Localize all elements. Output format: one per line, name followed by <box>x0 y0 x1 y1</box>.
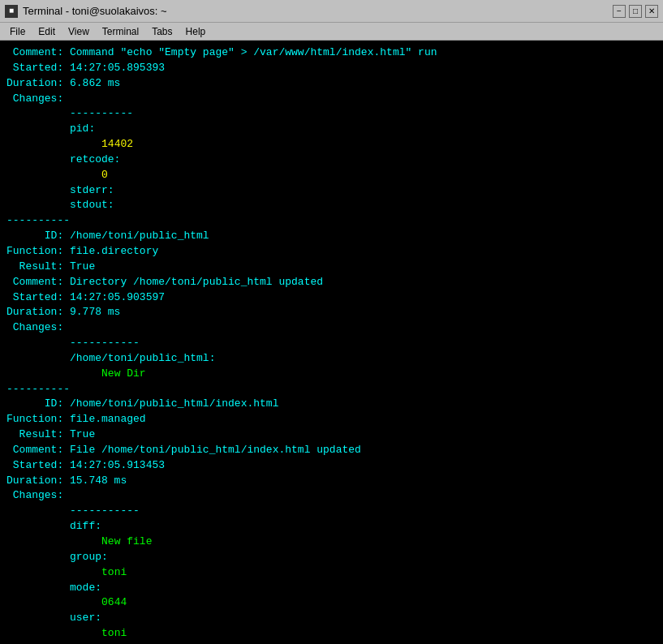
line-result3: Result: True <box>6 428 95 440</box>
line-started2: Started: 14:27:05.903597 <box>6 291 165 303</box>
close-button[interactable]: ✕ <box>645 5 658 18</box>
menu-edit[interactable]: Edit <box>32 24 62 39</box>
minimize-button[interactable]: − <box>613 5 626 18</box>
line-result2: Result: True <box>6 260 95 273</box>
line-diff-label: diff: <box>6 520 101 532</box>
line-mode-label: mode: <box>6 582 101 594</box>
line-retcode-value: 0 <box>6 169 108 181</box>
titlebar: ■ Terminal - toni@suolakaivos: ~ − □ ✕ <box>0 0 663 23</box>
line-sep3: ----------- <box>6 337 140 349</box>
line-changes3: Changes: <box>6 489 70 501</box>
line-comment3: Comment: File /home/toni/public_html/ind… <box>6 444 361 456</box>
terminal-icon: ■ <box>5 5 18 18</box>
line-1: Comment: Command "echo "Empty page" > /v… <box>6 46 437 58</box>
line-sep1: ---------- <box>6 107 133 119</box>
line-newdir: New Dir <box>6 367 146 380</box>
line-2: Started: 14:27:05.895393 <box>6 62 165 74</box>
terminal-output[interactable]: Comment: Command "echo "Empty page" > /v… <box>0 41 663 644</box>
line-user-label: user: <box>6 612 101 624</box>
line-diff-value: New file <box>6 535 152 547</box>
line-started3: Started: 14:27:05.913453 <box>6 459 165 471</box>
line-id2: ID: /home/toni/public_html <box>6 230 209 242</box>
menu-help[interactable]: Help <box>179 24 213 39</box>
line-sep5: ----------- <box>6 504 140 517</box>
line-id3: ID: /home/toni/public_html/index.html <box>6 397 278 410</box>
line-user-value: toni <box>6 627 127 639</box>
line-sep4: ---------- <box>6 383 70 395</box>
line-pid-value: 14402 <box>6 138 133 150</box>
line-duration2: Duration: 9.778 ms <box>6 306 120 318</box>
menu-view[interactable]: View <box>62 24 96 39</box>
line-mode-value: 0644 <box>6 596 127 608</box>
line-pid-label: pid: <box>6 122 95 135</box>
line-stdout-label: stdout: <box>6 199 114 211</box>
line-func3: Function: file.managed <box>6 413 146 425</box>
line-stderr-label: stderr: <box>6 184 114 196</box>
window-controls[interactable]: − □ ✕ <box>613 5 658 18</box>
line-duration3: Duration: 15.748 ms <box>6 474 127 487</box>
menu-terminal[interactable]: Terminal <box>96 24 145 39</box>
titlebar-left: ■ Terminal - toni@suolakaivos: ~ <box>5 5 167 18</box>
window-title: Terminal - toni@suolakaivos: ~ <box>23 5 167 17</box>
line-group-label: group: <box>6 551 108 563</box>
maximize-button[interactable]: □ <box>629 5 642 18</box>
line-path1: /home/toni/public_html: <box>6 352 215 364</box>
line-group-value: toni <box>6 566 127 578</box>
line-sep2: ---------- <box>6 214 70 226</box>
menu-tabs[interactable]: Tabs <box>145 24 179 39</box>
line-comment2: Comment: Directory /home/toni/public_htm… <box>6 276 323 288</box>
line-func2: Function: file.directory <box>6 245 158 257</box>
menubar: File Edit View Terminal Tabs Help <box>0 23 663 41</box>
line-3: Duration: 6.862 ms <box>6 77 120 89</box>
line-retcode-label: retcode: <box>6 153 120 165</box>
menu-file[interactable]: File <box>3 24 32 39</box>
line-4: Changes: <box>6 92 70 105</box>
line-changes2: Changes: <box>6 321 70 333</box>
